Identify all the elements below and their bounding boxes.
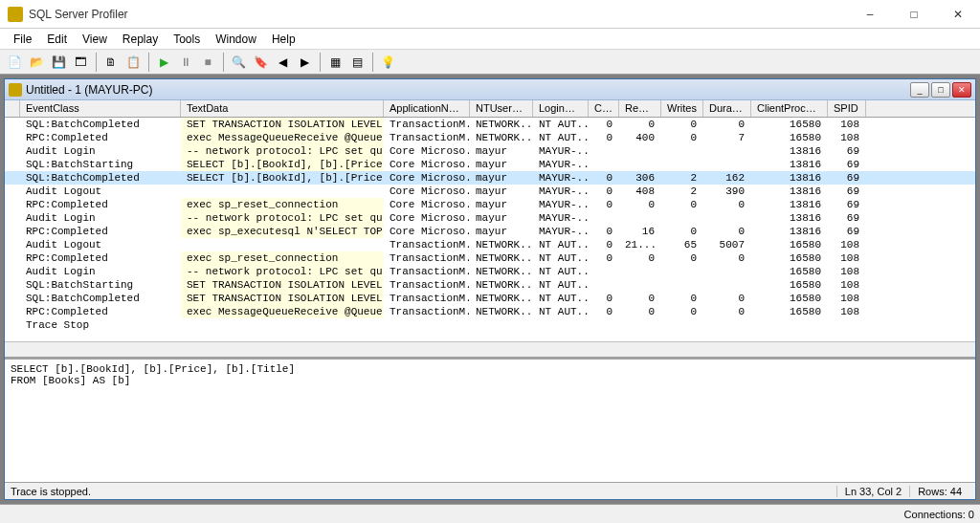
grid-header: EventClassTextDataApplicationNameNTUserN…: [5, 100, 975, 118]
cell-nt: NETWORK...: [470, 305, 533, 318]
cell-event: RPC:Completed: [20, 225, 181, 238]
toolbar: 📄 📂 💾 🗔 🗎 📋 ▶ ⏸ ■ 🔍 🔖 ◀ ▶ ▦ ▤ 💡: [0, 50, 980, 75]
column-header-nt[interactable]: NTUserName: [470, 100, 533, 117]
column-header-writes[interactable]: Writes: [661, 100, 703, 117]
run-button[interactable]: ▶: [153, 52, 174, 73]
column-header-reads[interactable]: Reads: [619, 100, 661, 117]
maximize-button[interactable]: □: [892, 0, 936, 29]
column-header-app[interactable]: ApplicationName: [384, 100, 470, 117]
menu-replay[interactable]: Replay: [115, 31, 166, 48]
child-statusbar: Trace is stopped. Ln 33, Col 2 Rows: 44: [5, 482, 975, 499]
cell-cpid: 16580: [751, 292, 828, 305]
cell-writes: 0: [661, 251, 703, 265]
cell-app: Core Microso...: [384, 158, 470, 171]
column-header-cpid[interactable]: ClientProcessID: [751, 100, 828, 117]
copy-button[interactable]: 📋: [122, 52, 144, 73]
save-button[interactable]: 💾: [48, 52, 69, 73]
cell-cpu: 0: [589, 305, 619, 318]
child-titlebar: Untitled - 1 (MAYUR-PC) _ □ ✕: [5, 79, 975, 100]
cell-cpid: 16580: [751, 238, 828, 251]
cell-nt: mayur: [470, 211, 533, 225]
next-button[interactable]: ▶: [294, 52, 315, 73]
column-header-spid[interactable]: SPID: [828, 100, 866, 117]
table-row[interactable]: SQL:BatchCompletedSELECT [b].[BookId], […: [5, 171, 975, 185]
table-row[interactable]: Trace Stop: [5, 318, 975, 332]
cell-writes: 2: [661, 171, 703, 185]
table-row[interactable]: SQL:BatchCompletedSET TRANSACTION ISOLAT…: [5, 292, 975, 305]
table-row[interactable]: RPC:Completedexec MessageQueueReceive @Q…: [5, 305, 975, 318]
grid-button[interactable]: ▦: [324, 52, 345, 73]
table-row[interactable]: SQL:BatchStartingSELECT [b].[BookId], [b…: [5, 158, 975, 171]
table-row[interactable]: Audit LogoutTransactionM...NETWORK...NT …: [5, 238, 975, 251]
autoscroll-button[interactable]: 💡: [377, 52, 398, 73]
menu-help[interactable]: Help: [264, 31, 303, 48]
column-header-text[interactable]: TextData: [181, 100, 384, 117]
cell-cpid: 16580: [751, 265, 828, 278]
child-close-button[interactable]: ✕: [952, 82, 971, 98]
toolbar-separator: [320, 53, 321, 72]
table-row[interactable]: RPC:Completedexec sp_executesql N'SELECT…: [5, 225, 975, 238]
pause-button[interactable]: ⏸: [175, 52, 196, 73]
bookmark-button[interactable]: 🔖: [250, 52, 271, 73]
child-minimize-button[interactable]: _: [910, 82, 929, 98]
menu-file[interactable]: File: [6, 31, 39, 48]
grid2-button[interactable]: ▤: [346, 52, 368, 73]
cell-reads: [619, 144, 661, 158]
table-row[interactable]: RPC:Completedexec sp_reset_connectionCor…: [5, 198, 975, 211]
cell-login: MAYUR-...: [533, 158, 589, 171]
grid-body[interactable]: SQL:BatchCompletedSET TRANSACTION ISOLAT…: [5, 118, 975, 341]
row-selector: [5, 185, 20, 198]
table-row[interactable]: Audit Login-- network protocol: LPC set …: [5, 265, 975, 278]
column-header-event[interactable]: EventClass: [20, 100, 181, 117]
cell-cpid: 13816: [751, 144, 828, 158]
table-row[interactable]: RPC:Completedexec MessageQueueReceive @Q…: [5, 131, 975, 144]
cell-app: Core Microso...: [384, 198, 470, 211]
properties-button[interactable]: 🗔: [70, 52, 91, 73]
table-row[interactable]: SQL:BatchStartingSET TRANSACTION ISOLATI…: [5, 278, 975, 292]
cell-writes: [661, 265, 703, 278]
menu-tools[interactable]: Tools: [166, 31, 208, 48]
table-row[interactable]: Audit Login-- network protocol: LPC set …: [5, 144, 975, 158]
cell-login: NT AUT...: [533, 251, 589, 265]
stop-button[interactable]: ■: [197, 52, 218, 73]
cell-spid: 108: [828, 118, 866, 131]
prev-button[interactable]: ◀: [272, 52, 293, 73]
column-header-cpu[interactable]: CPU: [589, 100, 619, 117]
row-selector: [5, 158, 20, 171]
cell-text: -- network protocol: LPC set quoted...: [181, 211, 384, 225]
close-button[interactable]: ✕: [936, 0, 980, 29]
cell-text: SET TRANSACTION ISOLATION LEVEL READ...: [181, 292, 384, 305]
open-file-button[interactable]: 📂: [26, 52, 47, 73]
child-maximize-button[interactable]: □: [931, 82, 950, 98]
menu-window[interactable]: Window: [208, 31, 264, 48]
cell-app: TransactionM...: [384, 265, 470, 278]
cell-login: MAYUR-...: [533, 198, 589, 211]
column-header-login[interactable]: LoginName: [533, 100, 589, 117]
column-header-dur[interactable]: Duration: [703, 100, 751, 117]
table-row[interactable]: Audit LogoutCore Microso...mayurMAYUR-..…: [5, 185, 975, 198]
cell-event: Trace Stop: [20, 318, 181, 332]
minimize-button[interactable]: –: [848, 0, 892, 29]
table-row[interactable]: Audit Login-- network protocol: LPC set …: [5, 211, 975, 225]
new-trace-button[interactable]: 📄: [4, 52, 25, 73]
cell-text: -- network protocol: LPC set quoted...: [181, 265, 384, 278]
detail-pane[interactable]: SELECT [b].[BookId], [b].[Price], [b].[T…: [5, 358, 975, 482]
cell-cpu: 0: [589, 225, 619, 238]
table-row[interactable]: RPC:Completedexec sp_reset_connectionTra…: [5, 251, 975, 265]
horizontal-scrollbar[interactable]: [5, 341, 975, 357]
cell-nt: mayur: [470, 171, 533, 185]
cell-app: TransactionM...: [384, 292, 470, 305]
table-row[interactable]: SQL:BatchCompletedSET TRANSACTION ISOLAT…: [5, 118, 975, 131]
cell-cpu: 0: [589, 198, 619, 211]
template-button[interactable]: 🗎: [100, 52, 122, 73]
connections-status: Connections: 0: [904, 509, 974, 520]
menu-edit[interactable]: Edit: [39, 31, 75, 48]
cell-reads: 306: [619, 171, 661, 185]
row-selector: [5, 238, 20, 251]
find-button[interactable]: 🔍: [228, 52, 249, 73]
cell-cpid: 13816: [751, 211, 828, 225]
menu-view[interactable]: View: [75, 31, 115, 48]
cell-dur: [703, 278, 751, 292]
cell-text: [181, 238, 384, 251]
cell-spid: [828, 318, 866, 332]
